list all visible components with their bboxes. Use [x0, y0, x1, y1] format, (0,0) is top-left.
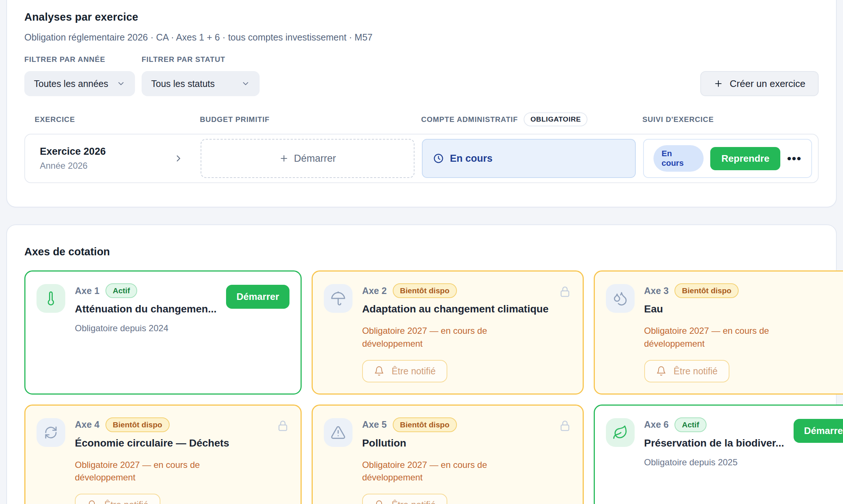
year-select[interactable]: Toutes les années	[24, 71, 135, 96]
status-badge: Bientôt dispo	[105, 417, 170, 432]
axe-card-5: Axe 5 Bientôt dispo Pollution Obligatoir…	[312, 405, 584, 504]
umbrella-icon	[324, 284, 353, 313]
lock-icon	[558, 285, 572, 298]
leaf-icon	[606, 418, 635, 447]
column-budget: BUDGET PRIMITIF	[200, 115, 414, 124]
column-exercice: EXERCICE	[24, 115, 192, 124]
axe-title: Pollution	[362, 437, 549, 449]
bell-icon	[374, 500, 384, 504]
axe-subtitle: Obligatoire 2027 — en cours de développe…	[644, 325, 829, 350]
status-select[interactable]: Tous les statuts	[142, 71, 260, 96]
axe-subtitle: Obligatoire 2027 — en cours de développe…	[362, 325, 547, 350]
status-badge: Bientôt dispo	[674, 283, 739, 298]
notify-button[interactable]: Être notifié	[75, 494, 160, 504]
axe-title: Atténuation du changemen...	[75, 303, 216, 315]
bell-icon	[374, 366, 384, 376]
axe-label: Axe 5	[362, 419, 387, 430]
axe-title: Économie circulaire — Déchets	[75, 437, 267, 449]
clock-icon	[433, 153, 444, 164]
chevron-right-icon[interactable]	[173, 153, 184, 164]
lock-icon	[558, 419, 572, 432]
filter-year-label: FILTRER PAR ANNÉE	[24, 55, 135, 64]
exercise-name: Exercice 2026	[40, 146, 106, 157]
resume-button[interactable]: Reprendre	[710, 147, 780, 170]
plus-icon	[714, 79, 723, 88]
filter-status: FILTRER PAR STATUT Tous les statuts	[142, 55, 260, 96]
card-content: Axe 3 Bientôt dispo Eau Obligatoire 2027…	[644, 283, 834, 382]
start-button[interactable]: Démarrer	[794, 419, 843, 443]
axe-label: Axe 4	[75, 419, 100, 430]
lock-icon	[276, 419, 289, 432]
compte-status-box[interactable]: En cours	[422, 139, 636, 178]
axe-subtitle: Obligatoire depuis 2024	[75, 323, 216, 333]
axe-title: Préservation de la biodiver...	[644, 437, 784, 449]
status-select-value: Tous les statuts	[151, 78, 215, 89]
filter-year: FILTRER PAR ANNÉE Toutes les années	[24, 55, 135, 96]
table-row: Exercice 2026 Année 2026 Démarrer En cou…	[24, 134, 819, 183]
exercise-year: Année 2026	[40, 161, 106, 171]
status-badge: Actif	[105, 283, 138, 298]
notify-label: Être notifié	[104, 500, 149, 504]
notify-button[interactable]: Être notifié	[362, 360, 448, 382]
axe-card-2: Axe 2 Bientôt dispo Adaptation au change…	[312, 270, 584, 395]
compte-status-label: En cours	[450, 153, 493, 164]
axe-card-1[interactable]: Axe 1 Actif Atténuation du changemen... …	[24, 270, 302, 395]
axe-label: Axe 1	[75, 286, 100, 296]
year-select-value: Toutes les années	[34, 78, 108, 89]
axe-card-4: Axe 4 Bientôt dispo Économie circulaire …	[24, 405, 302, 504]
axes-panel: Axes de cotation Axe 1 Actif Atténuation…	[6, 224, 837, 504]
page-title: Analyses par exercice	[24, 11, 819, 23]
more-options-button[interactable]: •••	[787, 153, 802, 164]
bell-icon	[87, 500, 97, 504]
plus-icon	[279, 154, 289, 163]
axe-label: Axe 6	[644, 419, 669, 430]
axe-subtitle: Obligatoire 2027 — en cours de développe…	[362, 459, 547, 484]
status-badge: Actif	[674, 417, 707, 432]
axe-subtitle: Obligatoire 2027 — en cours de développe…	[75, 459, 259, 484]
bell-icon	[656, 366, 666, 376]
suivi-cell: En cours Reprendre •••	[643, 139, 812, 178]
notify-label: Être notifié	[392, 500, 436, 504]
obligatoire-badge: OBLIGATOIRE	[524, 112, 587, 126]
axes-section-title: Axes de cotation	[24, 246, 819, 258]
chevron-down-icon	[117, 79, 125, 88]
axe-card-6[interactable]: Axe 6 Actif Préservation de la biodiver.…	[594, 405, 843, 504]
filters-row: FILTRER PAR ANNÉE Toutes les années FILT…	[24, 55, 819, 96]
column-compte: COMPTE ADMINISTRATIF OBLIGATOIRE	[421, 112, 635, 126]
notify-label: Être notifié	[674, 366, 718, 377]
status-badge: Bientôt dispo	[393, 283, 457, 298]
analyses-panel: Analyses par exercice Obligation régleme…	[6, 0, 837, 207]
axe-title: Eau	[644, 303, 834, 315]
card-content: Axe 6 Actif Préservation de la biodiver.…	[644, 417, 784, 468]
create-exercise-label: Créer un exercice	[730, 78, 805, 90]
table-header: EXERCICE BUDGET PRIMITIF COMPTE ADMINIST…	[24, 112, 819, 126]
card-content: Axe 5 Bientôt dispo Pollution Obligatoir…	[362, 417, 549, 504]
budget-start-label: Démarrer	[294, 153, 336, 164]
card-content: Axe 4 Bientôt dispo Économie circulaire …	[75, 417, 267, 504]
recycle-icon	[37, 418, 65, 447]
axes-cards-grid: Axe 1 Actif Atténuation du changemen... …	[24, 270, 819, 504]
status-badge: Bientôt dispo	[393, 417, 457, 432]
page-subtitle: Obligation réglementaire 2026 · CA · Axe…	[24, 32, 819, 43]
exercise-cell[interactable]: Exercice 2026 Année 2026	[31, 139, 193, 178]
notify-label: Être notifié	[392, 366, 436, 377]
axe-subtitle: Obligatoire depuis 2025	[644, 457, 784, 468]
start-button[interactable]: Démarrer	[226, 285, 289, 309]
card-content: Axe 2 Bientôt dispo Adaptation au change…	[362, 283, 549, 382]
droplets-icon	[606, 284, 635, 313]
create-exercise-button[interactable]: Créer un exercice	[700, 71, 819, 96]
budget-start-button[interactable]: Démarrer	[201, 139, 414, 178]
card-content: Axe 1 Actif Atténuation du changemen... …	[75, 283, 216, 333]
suivi-status-badge: En cours	[653, 145, 704, 172]
notify-button[interactable]: Être notifié	[644, 360, 730, 382]
thermometer-icon	[37, 284, 65, 313]
axe-card-3: Axe 3 Bientôt dispo Eau Obligatoire 2027…	[594, 270, 843, 395]
warning-icon	[324, 418, 353, 447]
axe-label: Axe 3	[644, 286, 669, 296]
column-compte-label: COMPTE ADMINISTRATIF	[421, 115, 518, 124]
axe-title: Adaptation au changement climatique	[362, 303, 549, 315]
column-suivi: SUIVI D'EXERCICE	[642, 115, 819, 124]
exercise-info: Exercice 2026 Année 2026	[40, 146, 106, 171]
notify-button[interactable]: Être notifié	[362, 494, 448, 504]
axe-label: Axe 2	[362, 286, 387, 296]
